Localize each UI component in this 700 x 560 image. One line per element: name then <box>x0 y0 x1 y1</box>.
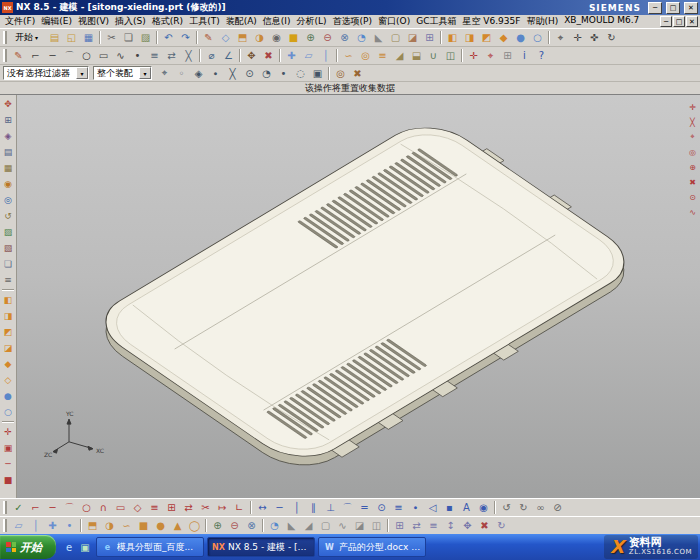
wireframe-icon[interactable]: ○ <box>529 30 546 46</box>
point-on-curve-icon[interactable]: ◌ <box>292 65 309 81</box>
vertical-constraint-icon[interactable]: │ <box>288 500 305 516</box>
concentric-constraint-icon[interactable]: ⊙ <box>373 500 390 516</box>
menu-item[interactable]: 文件(F) <box>2 15 38 28</box>
wave-mark-icon[interactable]: ∿ <box>687 206 699 218</box>
fixed-constraint-icon[interactable]: ▪ <box>441 500 458 516</box>
quadrant-point-icon[interactable]: ◔ <box>258 65 275 81</box>
pattern-feature-icon[interactable]: ⊞ <box>421 30 438 46</box>
menu-item[interactable]: 插入(S) <box>112 15 149 28</box>
sketch-rectangle-icon[interactable]: ▭ <box>112 500 129 516</box>
axis-icon[interactable]: │ <box>317 48 334 64</box>
point-on-surface-icon[interactable]: ▣ <box>309 65 326 81</box>
view-orient-iso-icon[interactable]: ◆ <box>0 356 16 372</box>
menu-item[interactable]: GC工具箱 <box>413 15 459 28</box>
view-orient-left-icon[interactable]: ◪ <box>0 340 16 356</box>
cone-2-icon[interactable]: ▲ <box>169 518 186 534</box>
shell-icon[interactable]: ▢ <box>387 30 404 46</box>
3d-scene[interactable]: XC YC ZC <box>17 95 700 498</box>
start-button[interactable]: 开始 <box>0 535 56 559</box>
constraint-navigator-icon[interactable]: ◈ <box>0 128 16 144</box>
datum-csys-icon[interactable]: ✚ <box>283 48 300 64</box>
block-2-icon[interactable]: ■ <box>135 518 152 534</box>
synchronous-modeling-icon[interactable]: ↻ <box>493 518 510 534</box>
info-icon[interactable]: i <box>516 48 533 64</box>
quick-extend-icon[interactable]: ↦ <box>214 500 231 516</box>
render-shaded-icon[interactable]: ● <box>0 388 16 404</box>
chevron-down-icon[interactable]: ▾ <box>76 67 88 79</box>
hd3d-tools-icon[interactable]: ◉ <box>0 176 16 192</box>
deselect-icon[interactable]: ✖ <box>349 65 366 81</box>
reuse-library-icon[interactable]: ▦ <box>0 160 16 176</box>
intersect-2-icon[interactable]: ⊗ <box>243 518 260 534</box>
menu-item[interactable]: 首选项(P) <box>330 15 375 28</box>
draft-icon[interactable]: ◢ <box>391 48 408 64</box>
redo-icon[interactable]: ↷ <box>177 30 194 46</box>
wcs-display-icon[interactable]: ✛ <box>465 48 482 64</box>
alternate-solution-icon[interactable]: ↻ <box>515 500 532 516</box>
view-orient-top-icon[interactable]: ◧ <box>0 292 16 308</box>
part-navigator-icon[interactable]: ▤ <box>0 144 16 160</box>
taskbar-item-browser-window[interactable]: e模具分型面_百度... <box>96 537 204 557</box>
datum-axis-icon[interactable]: │ <box>27 518 44 534</box>
doc-close-icon[interactable]: ✕ <box>686 16 698 27</box>
minimize-icon[interactable]: ─ <box>648 2 662 14</box>
circle-icon[interactable]: ○ <box>78 48 95 64</box>
resource-roles-icon[interactable]: ✥ <box>0 96 16 112</box>
mirror-curve-icon[interactable]: ⇄ <box>163 48 180 64</box>
edge-blend-icon[interactable]: ◔ <box>353 30 370 46</box>
symmetric-constraint-icon[interactable]: ◁ <box>424 500 441 516</box>
arc-center-icon[interactable]: ⊙ <box>241 65 258 81</box>
paste-icon[interactable]: ▨ <box>137 30 154 46</box>
move-face-icon[interactable]: ✥ <box>459 518 476 534</box>
select-face-icon[interactable]: ▣ <box>0 440 16 456</box>
close-icon[interactable]: ✕ <box>684 2 698 14</box>
zoom-fit-icon[interactable]: ⌖ <box>552 30 569 46</box>
save-icon[interactable]: ▦ <box>80 30 97 46</box>
undo-icon[interactable]: ↶ <box>160 30 177 46</box>
sketch-mirror-icon[interactable]: ⇄ <box>180 500 197 516</box>
toolbar-grip-2[interactable] <box>3 49 7 62</box>
edge-blend-2-icon[interactable]: ◔ <box>266 518 283 534</box>
equal-constraint-icon[interactable]: = <box>356 500 373 516</box>
sketch-fillet-icon[interactable]: ∩ <box>95 500 112 516</box>
line-icon[interactable]: ─ <box>44 48 61 64</box>
tangent-constraint-icon[interactable]: ⌒ <box>339 500 356 516</box>
select-edge-icon[interactable]: ─ <box>0 456 16 472</box>
make-corner-icon[interactable]: ∟ <box>231 500 248 516</box>
x-mark-icon[interactable]: ✖ <box>687 176 699 188</box>
perpendicular-constraint-icon[interactable]: ⊥ <box>322 500 339 516</box>
extrude-2-icon[interactable]: ⬒ <box>84 518 101 534</box>
doc-minimize-icon[interactable]: ─ <box>660 16 672 27</box>
view-orient-right-icon[interactable]: ◩ <box>0 324 16 340</box>
sew-icon[interactable]: ∪ <box>425 48 442 64</box>
web-browser-icon[interactable]: ◎ <box>0 192 16 208</box>
view-front-icon[interactable]: ◨ <box>461 30 478 46</box>
mid-point-icon[interactable]: ◈ <box>190 65 207 81</box>
intersection-icon[interactable]: ╳ <box>224 65 241 81</box>
copy-icon[interactable]: ❏ <box>120 30 137 46</box>
finish-sketch-icon[interactable]: ✓ <box>10 500 27 516</box>
open-icon[interactable]: ◱ <box>63 30 80 46</box>
maximize-icon[interactable]: □ <box>666 2 680 14</box>
menu-item[interactable]: 帮助(H) <box>523 15 561 28</box>
dependencies-icon[interactable]: ≡ <box>0 272 16 288</box>
rib-icon[interactable]: ≡ <box>374 48 391 64</box>
chamfer-2-icon[interactable]: ◣ <box>283 518 300 534</box>
help-icon[interactable]: ? <box>533 48 550 64</box>
datum-plane-2-icon[interactable]: ▱ <box>10 518 27 534</box>
sketch-polygon-icon[interactable]: ◇ <box>129 500 146 516</box>
shaded-icon[interactable]: ● <box>512 30 529 46</box>
system-materials-icon[interactable]: ▨ <box>0 224 16 240</box>
toolbar-grip-3[interactable] <box>3 501 7 514</box>
sketch-offset-icon[interactable]: ≡ <box>146 500 163 516</box>
intersection-point-icon[interactable]: ╳ <box>180 48 197 64</box>
offset-curve-icon[interactable]: ≡ <box>146 48 163 64</box>
history-icon[interactable]: ↺ <box>0 208 16 224</box>
menu-item[interactable]: 星空 V6.935F <box>459 15 523 28</box>
menu-item[interactable]: XB_MOULD M6.7 <box>561 15 642 28</box>
new-icon[interactable]: ▤ <box>46 30 63 46</box>
quick-launch-browser-icon[interactable]: e <box>61 539 77 555</box>
sketch-icon[interactable]: ✎ <box>200 30 217 46</box>
sketch-profile-icon[interactable]: ⌐ <box>27 500 44 516</box>
orient-xy-icon[interactable]: ✛ <box>687 101 699 113</box>
